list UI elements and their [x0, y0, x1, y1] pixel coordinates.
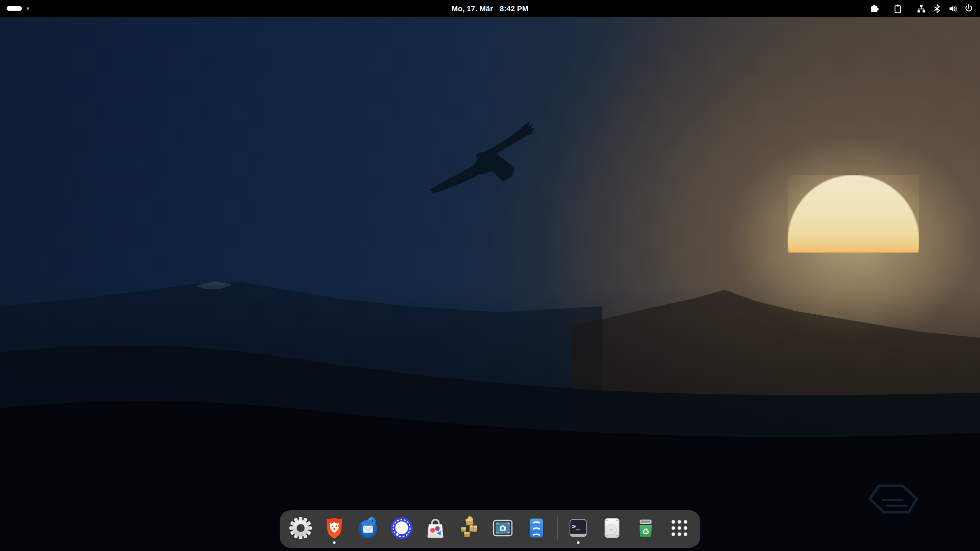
svg-text:>_: >_	[572, 522, 580, 531]
desktop: Mo, 17. Mär 8:42 PM	[0, 0, 980, 551]
bluetooth-icon	[932, 4, 942, 14]
dock-item-software[interactable]	[422, 515, 449, 545]
wired-network-icon	[916, 4, 926, 14]
dock-item-signal[interactable]	[388, 515, 415, 545]
clipboard-icon	[893, 4, 903, 14]
terminal-console-icon: >_	[566, 515, 591, 541]
workspace-indicator[interactable]	[0, 6, 32, 11]
brave-browser-icon	[322, 515, 347, 541]
archive-boxes-icon	[456, 515, 482, 541]
dock-item-brave[interactable]	[321, 515, 348, 545]
running-indicator	[577, 541, 580, 544]
quick-settings-button[interactable]	[916, 4, 974, 14]
thunderbird-mail-icon	[355, 515, 381, 541]
desktop-wallpaper	[0, 0, 980, 551]
hard-disk-icon	[599, 515, 625, 541]
power-icon	[964, 4, 974, 14]
screenshot-camera-icon	[490, 515, 516, 541]
dock-item-terminal[interactable]: >_	[565, 515, 592, 545]
top-bar: Mo, 17. Mär 8:42 PM	[0, 0, 980, 17]
signal-messenger-icon	[389, 515, 414, 541]
clock-date: Mo, 17. Mär	[452, 5, 493, 13]
speaker-volume-icon	[948, 4, 958, 14]
clock-time: 8:42 PM	[500, 5, 528, 13]
running-indicator	[333, 541, 336, 544]
extensions-button[interactable]	[869, 4, 879, 14]
dock-item-disk[interactable]	[599, 515, 625, 545]
dock-item-show-apps[interactable]	[666, 515, 693, 545]
dock-item-archive[interactable]	[456, 515, 482, 545]
dock-item-trash[interactable]: ♻	[632, 515, 659, 545]
svg-text:♻: ♻	[642, 527, 649, 537]
workspace-inactive-dot	[27, 7, 29, 10]
workspace-active-pill	[7, 6, 22, 11]
system-tray	[869, 4, 980, 14]
puzzle-piece-icon	[869, 4, 879, 14]
dock-item-settings[interactable]	[287, 515, 314, 545]
dock-item-files[interactable]	[523, 515, 550, 545]
dock-separator	[557, 516, 558, 540]
clipboard-button[interactable]	[893, 4, 903, 14]
dock-item-screenshot[interactable]	[489, 515, 516, 545]
clock-menu-button[interactable]: Mo, 17. Mär 8:42 PM	[449, 4, 531, 13]
setting-sun	[788, 175, 919, 253]
dock-item-thunderbird[interactable]	[355, 515, 381, 545]
software-store-bag-icon	[423, 515, 448, 541]
settings-gear-icon	[288, 515, 313, 541]
dock: >_ ♻	[280, 510, 700, 548]
trash-full-icon: ♻	[633, 515, 658, 541]
app-grid-icon	[667, 515, 692, 541]
file-cabinet-icon	[524, 515, 549, 541]
